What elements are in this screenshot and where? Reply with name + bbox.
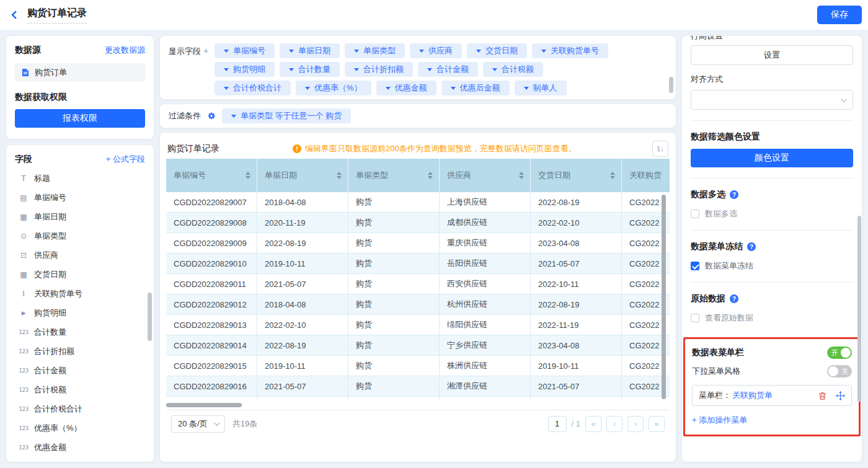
checkbox-checked-icon[interactable] (691, 262, 699, 270)
datasource-item[interactable]: 购货订单 (15, 63, 145, 82)
table-header-cell[interactable]: 单据编号 (166, 159, 257, 192)
table-horizontal-scrollbar[interactable] (166, 403, 242, 407)
sort-icon[interactable] (519, 172, 524, 179)
display-field-chip[interactable]: 合计折扣额 (345, 62, 413, 77)
raw-data-checkbox-row[interactable]: 查看原始数据 (691, 312, 853, 324)
setup-button[interactable]: 设置 (691, 45, 853, 65)
help-icon[interactable]: ? (730, 294, 738, 303)
display-field-chip[interactable]: 单据日期 (280, 43, 340, 58)
display-field-chip[interactable]: 合计数量 (280, 62, 340, 77)
field-item[interactable]: 123合计税额 (15, 380, 150, 399)
freeze-checkbox-row[interactable]: 数据菜单冻结 (691, 260, 853, 272)
field-item-label: 合计折扣额 (34, 346, 74, 357)
dropdown-style-toggle-off[interactable]: 关 (827, 365, 852, 377)
menu-bar-toggle-on[interactable]: 开 (827, 347, 852, 359)
menu-bar-item-value[interactable]: 关联购货单 (732, 390, 773, 401)
checkbox-unchecked-icon[interactable] (691, 210, 699, 218)
table-header-cell[interactable]: 单据类型 (348, 159, 440, 192)
table-row[interactable]: CGDD202208290072018-04-08购货上海供应链2022-08-… (166, 192, 670, 213)
add-formula-field-link[interactable]: + 公式字段 (106, 154, 145, 165)
page-number-input[interactable] (548, 416, 567, 432)
move-icon[interactable] (836, 391, 845, 400)
field-item[interactable]: ▦单据日期 (15, 207, 150, 226)
help-icon[interactable]: ? (730, 190, 738, 199)
field-item[interactable]: I关联购货单号 (15, 284, 150, 303)
field-item-label: 单据日期 (34, 211, 66, 223)
table-header-cell[interactable]: 供应商 (440, 159, 531, 192)
display-field-chip[interactable]: 合计税额 (483, 62, 543, 77)
total-count: 共19条 (232, 418, 257, 430)
display-field-chip[interactable]: 制单人 (515, 81, 567, 95)
filter-gear-icon[interactable] (207, 112, 216, 120)
first-page-icon[interactable]: « (585, 416, 601, 432)
sort-icon[interactable] (246, 172, 250, 179)
display-field-chip[interactable]: 购货明细 (215, 62, 275, 77)
back-button[interactable] (12, 12, 19, 18)
field-item-label: 单据类型 (34, 231, 66, 242)
table-cell: 2021-05-07 (257, 376, 348, 396)
next-page-icon[interactable]: › (627, 416, 644, 432)
field-item[interactable]: ⊙单据类型 (15, 226, 150, 245)
field-item[interactable]: 123合计金额 (15, 361, 150, 380)
display-field-chip[interactable]: 优惠金额 (376, 81, 436, 95)
display-field-chip[interactable]: 供应商 (410, 43, 462, 58)
table-row[interactable]: CGDD202208290102019-10-11购货岳阳供应链2021-05-… (166, 254, 670, 274)
checkbox-unchecked-icon[interactable] (691, 314, 699, 322)
sort-icon[interactable] (337, 172, 342, 179)
field-item[interactable]: ▦交货日期 (15, 265, 150, 284)
table-row[interactable]: CGDD202208290152019-10-11购货株洲供应链2019-10-… (166, 356, 670, 376)
field-item[interactable]: 123合计价税合计 (15, 399, 150, 418)
table-row[interactable]: CGDD202208290082020-11-19购货成都供应链2022-02-… (166, 213, 670, 233)
table-header-cell[interactable]: 关联购货 (622, 159, 670, 192)
sort-icon[interactable] (428, 172, 433, 179)
save-button[interactable]: 保存 (817, 6, 862, 24)
add-action-menu-link[interactable]: + 添加操作菜单 (692, 415, 852, 426)
fields-scrollbar[interactable] (148, 293, 152, 341)
back-chevron-icon (11, 11, 20, 19)
sort-order-icon[interactable]: 1↓ (652, 141, 668, 157)
field-item[interactable]: 123优惠金额 (15, 438, 150, 457)
table-header-cell[interactable]: 交货日期 (531, 159, 622, 192)
delete-icon[interactable] (818, 391, 827, 400)
display-field-chip[interactable]: 优惠率（%） (296, 81, 371, 95)
table-vertical-scrollbar[interactable] (662, 195, 666, 399)
field-item[interactable]: 123合计折扣额 (15, 342, 150, 361)
multi-select-checkbox-row[interactable]: 数据多选 (691, 208, 853, 219)
chevron-down-icon (224, 87, 229, 90)
settings-scrollbar[interactable] (857, 216, 861, 402)
align-select[interactable] (691, 90, 853, 110)
color-settings-button[interactable]: 颜色设置 (691, 149, 853, 167)
display-fields-scrollbar[interactable] (669, 77, 673, 93)
field-item[interactable]: ⊡供应商 (15, 245, 150, 265)
display-field-chip[interactable]: 交货日期 (467, 43, 527, 58)
display-field-chip[interactable]: 合计金额 (418, 62, 478, 77)
table-header-cell[interactable]: 单据日期 (257, 159, 348, 192)
sort-icon[interactable] (610, 172, 615, 179)
field-item[interactable]: 123合计数量 (15, 322, 150, 342)
last-page-icon[interactable]: » (649, 416, 665, 432)
table-row[interactable]: CGDD202208290092022-08-19购货重庆供应链2023-04-… (166, 233, 670, 254)
display-field-chip[interactable]: 单据编号 (215, 43, 275, 58)
prev-page-icon[interactable]: ‹ (606, 416, 622, 432)
display-field-chip[interactable]: 优惠后金额 (441, 81, 510, 95)
field-item[interactable]: 123优惠率（%） (15, 418, 150, 438)
display-field-chip[interactable]: 单据类型 (345, 43, 405, 58)
table-row[interactable]: CGDD202208290142022-08-19购货宁乡供应链2023-04-… (166, 335, 670, 356)
page-count: / 1 (572, 419, 580, 428)
display-field-chip[interactable]: 合计价税合计 (215, 81, 291, 95)
help-icon[interactable]: ? (747, 242, 756, 251)
table-row[interactable]: CGDD202208290162021-05-07购货湘潭供应链2021-05-… (166, 376, 670, 397)
table-row[interactable]: CGDD202208290122018-04-08购货杭州供应链2022-08-… (166, 294, 670, 315)
field-item[interactable]: ▶购货明细 (15, 303, 150, 322)
table-row[interactable]: CGDD202208290132022-02-10购货绵阳供应链2022-11-… (166, 315, 670, 335)
display-field-chip[interactable]: 关联购货单号 (532, 43, 608, 58)
report-permission-button[interactable]: 报表权限 (15, 109, 145, 128)
field-item[interactable]: ▤单据编号 (15, 188, 150, 207)
column-label: 单据日期 (265, 170, 297, 181)
field-item[interactable]: T标题 (15, 169, 150, 188)
change-datasource-link[interactable]: 更改数据源 (105, 45, 145, 56)
filter-condition-chip[interactable]: 单据类型 等于任意一个 购货 (222, 108, 351, 123)
table-row[interactable]: CGDD202208290112021-05-07购货西安供应链2022-10-… (166, 274, 670, 294)
page-size-select[interactable]: 20 条/页 (171, 415, 225, 433)
add-display-field-button[interactable]: + (203, 46, 208, 56)
